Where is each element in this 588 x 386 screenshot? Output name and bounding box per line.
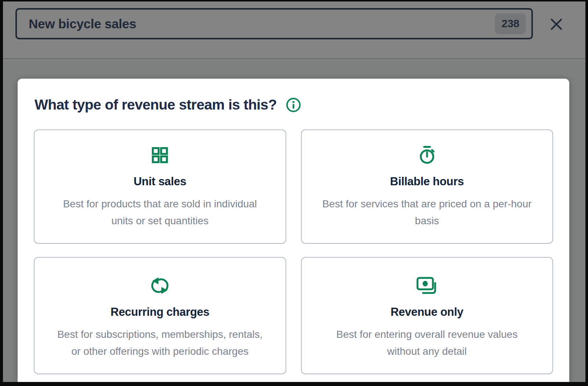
screenshot-page: 238 What type of revenue stream is this? <box>0 0 588 386</box>
info-circle-icon <box>286 97 301 113</box>
modal-header: 238 <box>3 1 585 59</box>
stream-name-input[interactable] <box>29 17 495 31</box>
grid-icon <box>151 145 168 165</box>
heading-row: What type of revenue stream is this? <box>35 96 553 113</box>
card-title: Billable hours <box>390 175 464 188</box>
close-button[interactable] <box>546 14 567 35</box>
card-revenue-only[interactable]: Revenue only Best for entering overall r… <box>301 257 553 374</box>
card-description: Best for subscriptions, memberships, ren… <box>57 326 263 360</box>
modal-backdrop: What type of revenue stream is this? <box>3 60 585 382</box>
card-recurring-charges[interactable]: Recurring charges Best for subscriptions… <box>34 257 286 374</box>
modal-frame: 238 What type of revenue stream is this? <box>3 1 585 382</box>
panel-heading: What type of revenue stream is this? <box>35 97 277 113</box>
card-title: Unit sales <box>134 175 186 188</box>
char-count-badge: 238 <box>495 13 526 34</box>
card-description: Best for products that are sold in indiv… <box>63 196 257 230</box>
stopwatch-icon <box>418 145 436 165</box>
revenue-type-cards: Unit sales Best for products that are so… <box>34 129 553 374</box>
card-title: Recurring charges <box>111 305 209 319</box>
stream-name-field[interactable]: 238 <box>15 8 533 39</box>
card-billable-hours[interactable]: Billable hours Best for services that ar… <box>301 129 553 244</box>
card-description: Best for services that are priced on a p… <box>322 196 532 230</box>
revenue-type-panel: What type of revenue stream is this? <box>18 79 569 382</box>
info-button[interactable] <box>286 97 301 113</box>
card-unit-sales[interactable]: Unit sales Best for products that are so… <box>34 129 286 244</box>
close-icon <box>549 17 563 31</box>
cash-icon <box>416 275 438 296</box>
sync-arrows-icon <box>150 275 169 296</box>
card-title: Revenue only <box>391 305 463 319</box>
card-description: Best for entering overall revenue values… <box>336 326 517 360</box>
